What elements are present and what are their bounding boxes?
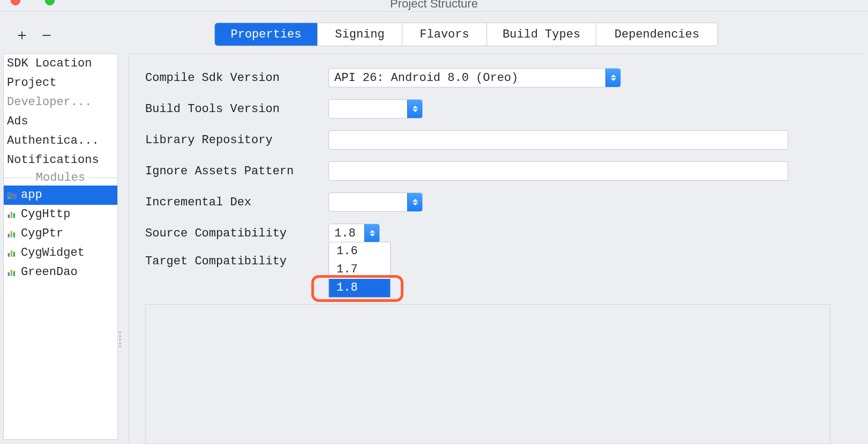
sidebar-module-label: GreenDao [21,264,78,280]
svg-rect-10 [13,252,15,257]
sidebar-item-authentication[interactable]: Authentica... [4,131,117,151]
source-compat-select[interactable]: 1.8 [328,224,380,243]
sidebar-item-label: Authentica... [7,133,99,149]
compile-sdk-select[interactable]: API 26: Android 8.0 (Oreo) [328,68,621,87]
sidebar-item-notifications[interactable]: Notifications [4,151,117,170]
select-value: API 26: Android 8.0 (Oreo) [334,71,518,85]
sidebar-item-developer[interactable]: Developer... [4,93,117,112]
folder-icon [7,190,18,200]
sidebar-toolbar [0,24,123,47]
source-compat-label: Source Compatibility [145,227,328,240]
ignore-assets-label: Ignore Assets Pattern [145,165,328,178]
svg-rect-13 [13,271,15,276]
sidebar-module-app[interactable]: app [4,186,117,205]
sidebar-module-cygwidget[interactable]: CygWidget [4,243,117,263]
svg-rect-7 [13,233,15,238]
sidebar-item-label: Notifications [7,152,99,168]
svg-rect-5 [8,234,10,238]
window-zoom-button[interactable] [45,0,55,5]
sidebar-item-ads[interactable]: Ads [4,112,117,131]
sidebar-item-label: Project [7,75,56,91]
sidebar-module-label: CygHttp [21,206,70,223]
sidebar-item-label: SDK Location [7,56,92,72]
svg-rect-2 [8,214,10,218]
window-controls [11,0,55,5]
ignore-assets-input[interactable] [328,161,788,181]
svg-rect-9 [11,250,12,257]
tab-label: Build Types [503,28,580,41]
sidebar-module-label: app [21,187,42,203]
dropdown-option-selected[interactable]: 1.8 [329,279,390,297]
chevron-updown-icon [407,193,422,211]
tab-label: Properties [230,28,301,41]
tab-signing[interactable]: Signing [318,23,402,46]
svg-rect-0 [43,35,51,36]
select-value: 1.8 [334,227,356,240]
plus-icon [16,29,28,41]
chevron-updown-icon [605,69,620,87]
target-compat-label: Target Compatibility [145,255,328,268]
sidebar: SDK Location Project Developer... Ads Au… [0,12,123,444]
sidebar-item-project[interactable]: Project [4,73,117,93]
svg-point-1 [8,197,10,199]
module-icon [7,268,18,277]
option-label: 1.6 [336,245,358,258]
dropdown-option[interactable]: 1.6 [329,242,390,261]
sidebar-module-cygptr[interactable]: CygPtr [4,224,117,243]
sidebar-module-cyghttp[interactable]: CygHttp [4,205,117,224]
window-title: Project Structure [390,0,478,11]
module-icon [7,229,18,239]
sidebar-item-label: Ads [7,114,28,130]
module-icon [7,248,18,258]
minus-icon [41,29,53,41]
tab-label: Signing [335,28,384,41]
chevron-updown-icon [407,100,422,118]
tab-label: Dependencies [615,28,699,41]
sidebar-item-sdk-location[interactable]: SDK Location [4,54,117,73]
tab-build-types[interactable]: Build Types [487,23,596,46]
sidebar-section-header: Modules [4,170,117,186]
svg-rect-4 [13,213,15,218]
library-repo-label: Library Repository [145,134,328,147]
remove-button[interactable] [40,28,54,42]
svg-rect-3 [11,212,12,218]
tab-label: Flavors [420,28,469,41]
tab-dependencies[interactable]: Dependencies [596,23,717,46]
lower-panel [145,304,830,444]
compile-sdk-label: Compile Sdk Version [145,71,328,85]
add-button[interactable] [15,28,29,42]
chevron-updown-icon [364,224,379,242]
svg-rect-11 [8,272,10,276]
svg-rect-8 [8,253,10,257]
tab-flavors[interactable]: Flavors [402,23,487,46]
tabbar: Properties Signing Flavors Build Types D… [214,23,718,46]
sidebar-module-label: CygWidget [21,245,85,261]
sidebar-item-label: Developer... [7,94,92,110]
incremental-dex-select[interactable] [328,193,423,212]
sidebar-module-greendao[interactable]: GreenDao [4,263,117,282]
window-close-button[interactable] [11,0,20,5]
target-compat-dropdown[interactable]: 1.6 1.7 1.8 [328,242,391,298]
library-repo-input[interactable] [328,130,788,150]
build-tools-label: Build Tools Version [145,102,328,116]
module-icon [7,210,18,219]
option-label: 1.7 [336,263,358,276]
build-tools-select[interactable] [328,99,423,119]
sidebar-section-label: Modules [33,171,88,184]
titlebar: Project Structure [0,0,868,12]
main-area: Properties Signing Flavors Build Types D… [123,12,868,444]
svg-rect-6 [11,231,12,238]
sidebar-module-label: CygPtr [21,226,63,242]
svg-rect-12 [11,270,12,276]
tab-properties[interactable]: Properties [215,23,318,46]
properties-panel: Compile Sdk Version API 26: Android 8.0 … [129,54,863,444]
option-label: 1.8 [336,281,358,294]
sidebar-list: SDK Location Project Developer... Ads Au… [3,54,118,440]
incremental-dex-label: Incremental Dex [145,196,328,209]
dropdown-option[interactable]: 1.7 [329,261,390,279]
